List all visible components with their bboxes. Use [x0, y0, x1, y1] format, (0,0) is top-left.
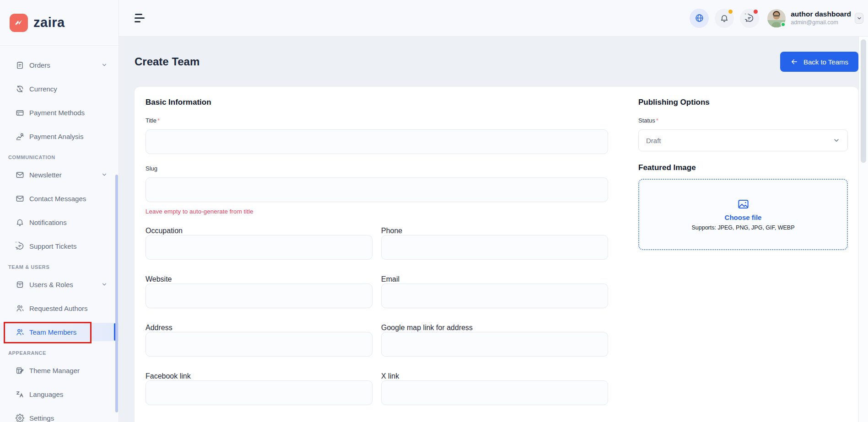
website-label: Website: [146, 275, 172, 283]
people-icon: [16, 304, 24, 313]
sidebar-item-label: Payment Methods: [29, 109, 85, 117]
language-globe-button[interactable]: [690, 9, 709, 28]
occupation-input[interactable]: [146, 235, 372, 260]
sidebar-item-label: Settings: [29, 414, 54, 422]
bell-icon: [720, 14, 729, 23]
page-scrollbar[interactable]: [858, 37, 868, 422]
status-label: Status*: [638, 117, 848, 124]
menu-toggle-icon[interactable]: [135, 14, 146, 22]
status-select[interactable]: Draft: [638, 129, 848, 151]
title-label: Title*: [146, 117, 608, 124]
title-input[interactable]: [146, 129, 608, 154]
people-icon: [16, 328, 24, 337]
archive-box-icon: [16, 280, 24, 289]
zigzag-bolt-icon: [13, 17, 25, 29]
supports-text: Supports: JPEG, PNG, JPG, GIF, WEBP: [691, 224, 794, 231]
phone-label: Phone: [381, 227, 402, 235]
basic-information-title: Basic Information: [146, 98, 608, 107]
sidebar-item-label: Currency: [29, 85, 57, 93]
sidebar: zaira Orders $ Currency: [0, 0, 119, 422]
chat-icon: [745, 14, 754, 23]
page-title: Create Team: [135, 55, 199, 68]
choose-file-link[interactable]: Choose file: [725, 214, 762, 221]
slug-field-group: Slug: [146, 165, 608, 202]
phone-field-group: Phone: [381, 227, 608, 260]
featured-image-dropzone[interactable]: Choose file Supports: JPEG, PNG, JPG, GI…: [638, 179, 848, 250]
phone-input[interactable]: [381, 235, 608, 260]
slug-input[interactable]: [146, 177, 608, 202]
publishing-options-section: Publishing Options Status* Draft Feature…: [638, 98, 848, 422]
image-icon: [737, 198, 749, 210]
sidebar-item-contact-messages[interactable]: Contact Messages: [6, 189, 112, 208]
slug-help-text: Leave empty to auto-generate from title: [146, 208, 608, 215]
credit-card-icon: [16, 108, 24, 117]
sidebar-item-languages[interactable]: Languages: [6, 385, 112, 403]
sidebar-item-label: Requested Authors: [29, 304, 88, 312]
sidebar-item-label: Payment Analysis: [29, 133, 83, 140]
svg-text:$: $: [19, 87, 21, 91]
content-area: Create Team Back to Teams Basic Informat…: [119, 37, 868, 422]
facebook-link-input[interactable]: [146, 380, 372, 405]
email-input[interactable]: [381, 283, 608, 308]
sidebar-scrollbar-thumb[interactable]: [115, 175, 118, 412]
globe-icon: [695, 13, 704, 23]
brand-logo-icon: [10, 14, 28, 32]
address-field-group: Address: [146, 324, 372, 357]
sidebar-item-payment-methods[interactable]: Payment Methods: [6, 103, 112, 122]
sidebar-item-label: Theme Manager: [29, 367, 80, 374]
sidebar-item-settings[interactable]: Settings: [6, 409, 112, 422]
sidebar-item-newsletter[interactable]: Newsletter: [6, 166, 112, 184]
x-link-input[interactable]: [381, 380, 608, 405]
facebook-link-label: Facebook link: [146, 372, 191, 380]
sidebar-item-notifications[interactable]: Notifications: [6, 213, 112, 231]
website-input[interactable]: [146, 283, 372, 308]
messages-button[interactable]: [740, 9, 759, 28]
sidebar-item-orders[interactable]: Orders: [6, 56, 112, 74]
sidebar-item-label: Notifications: [29, 219, 67, 226]
sidebar-item-label: Orders: [29, 61, 50, 69]
brand-name: zaira: [33, 15, 65, 30]
sidebar-section-appearance: APPEARANCE: [8, 350, 112, 356]
sidebar-item-label: Team Members: [29, 328, 76, 336]
sidebar-item-support-tickets[interactable]: Support Tickets: [6, 237, 112, 255]
x-field-group: X link: [381, 372, 608, 405]
featured-image-title: Featured Image: [638, 163, 848, 172]
brand-logo[interactable]: zaira: [0, 0, 119, 46]
sidebar-item-requested-authors[interactable]: Requested Authors: [6, 299, 112, 317]
bell-icon: [16, 218, 24, 227]
x-link-label: X link: [381, 372, 399, 380]
title-field-group: Title*: [146, 117, 608, 154]
sidebar-item-currency[interactable]: $ Currency: [6, 80, 112, 98]
chevron-down-icon: [101, 281, 108, 288]
user-menu-chevron-button[interactable]: [855, 13, 863, 24]
notification-dot: [728, 10, 733, 14]
required-marker: *: [157, 117, 160, 124]
currency-icon: $: [16, 85, 24, 93]
user-text: author dashboard admin@gmail.com: [791, 10, 851, 27]
sidebar-item-theme-manager[interactable]: Theme Manager: [6, 361, 112, 379]
window-pencil-icon: [16, 366, 24, 375]
sidebar-item-label: Newsletter: [29, 171, 62, 179]
notifications-button[interactable]: [715, 9, 734, 28]
address-input[interactable]: [146, 332, 372, 357]
sidebar-item-label: Users & Roles: [29, 281, 73, 288]
user-menu[interactable]: author dashboard admin@gmail.com: [767, 9, 863, 27]
sidebar-item-team-members[interactable]: Team Members: [0, 323, 119, 341]
create-team-card: Basic Information Title* Slug Leave empt…: [135, 87, 858, 422]
occupation-label: Occupation: [146, 227, 183, 235]
sidebar-item-payment-analysis[interactable]: Payment Analysis: [6, 127, 112, 145]
sidebar-item-label: Support Tickets: [29, 242, 76, 250]
google-map-input[interactable]: [381, 332, 608, 357]
website-field-group: Website: [146, 275, 372, 308]
page-scrollbar-thumb[interactable]: [861, 39, 866, 163]
basic-information-section: Basic Information Title* Slug Leave empt…: [146, 98, 608, 422]
page-header: Create Team Back to Teams: [135, 37, 858, 87]
email-field-group: Email: [381, 275, 608, 308]
back-to-teams-button[interactable]: Back to Teams: [780, 52, 858, 72]
address-map-row: Address Google map link for address: [146, 324, 608, 357]
chevron-down-icon: [833, 137, 840, 144]
back-to-teams-label: Back to Teams: [803, 58, 848, 66]
translate-icon: [16, 390, 24, 399]
sidebar-item-users-roles[interactable]: Users & Roles: [6, 275, 112, 294]
address-label: Address: [146, 324, 173, 331]
